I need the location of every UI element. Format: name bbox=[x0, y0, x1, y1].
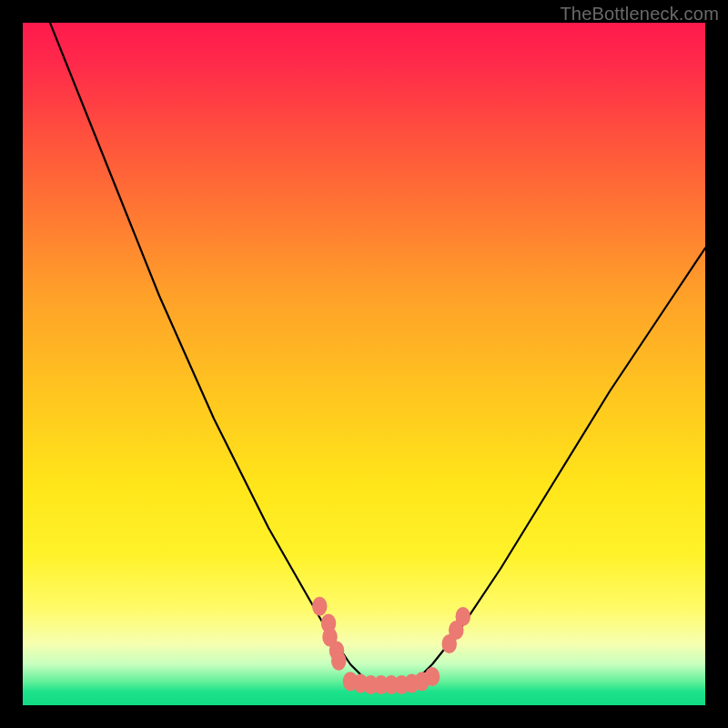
chart-svg bbox=[23, 23, 705, 705]
chart-frame: TheBottleneck.com bbox=[0, 0, 728, 728]
data-marker bbox=[312, 597, 328, 616]
curve-layer bbox=[50, 23, 705, 685]
bottleneck-curve-path bbox=[50, 23, 705, 685]
watermark-text: TheBottleneck.com bbox=[560, 4, 719, 25]
plot-area bbox=[23, 23, 705, 705]
data-marker bbox=[331, 652, 347, 671]
data-marker bbox=[425, 667, 440, 686]
data-marker bbox=[456, 607, 471, 626]
marker-layer bbox=[312, 597, 470, 694]
